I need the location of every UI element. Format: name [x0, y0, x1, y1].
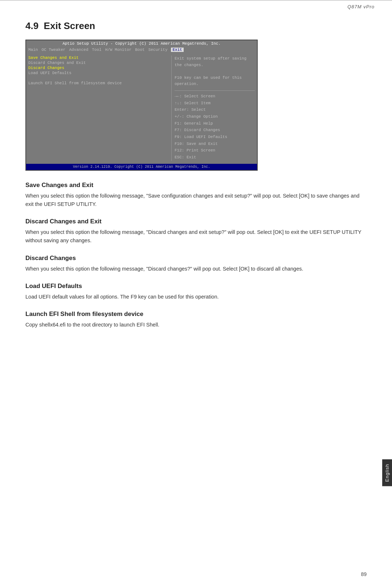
key-esc: ESC: Exit — [175, 154, 255, 161]
bios-item-blank — [28, 76, 167, 80]
bios-title-bar: Aptio Setup Utility - Copyright (C) 2011… — [26, 40, 257, 47]
bios-item-save: Save Changes and Exit — [28, 56, 167, 60]
subsection-body-discard: When you select this option the followin… — [25, 265, 367, 273]
page-number: 89 — [361, 571, 367, 577]
subsection-title-discard: Discard Changes — [25, 255, 367, 262]
bios-left-panel: Save Changes and Exit Discard Changes an… — [28, 56, 170, 161]
key-f10: F10: Save and Exit — [175, 141, 255, 147]
key-f9: F9: Load UEFI Defaults — [175, 134, 255, 141]
bios-item-load-uefi: Load UEFI Defaults — [28, 71, 167, 75]
brand-name: Q87M vPro — [0, 2, 392, 9]
bios-item-discard-exit: Discard Changes and Exit — [28, 61, 167, 65]
subsection-discard-changes-exit: Discard Changes and Exit When you select… — [25, 218, 367, 245]
bios-help-text: Exit system setup after savingthe change… — [175, 56, 255, 88]
section-number: 4.9 — [25, 20, 38, 31]
subsection-title-discard-exit: Discard Changes and Exit — [25, 218, 367, 225]
key-f1: F1: General Help — [175, 120, 255, 127]
subsection-body-load-uefi: Load UEFI default values for all options… — [25, 293, 367, 301]
subsection-launch-efi: Launch EFI Shell from filesystem device … — [25, 311, 367, 329]
subsection-discard-changes: Discard Changes When you select this opt… — [25, 255, 367, 273]
key-enter: Enter: Select — [175, 106, 255, 113]
bios-menu-exit: Exit — [171, 48, 183, 52]
bios-item-discard: Discard Changes — [28, 66, 167, 70]
bios-body: Save Changes and Exit Discard Changes an… — [26, 53, 257, 164]
key-f12: F12: Print Screen — [175, 147, 255, 154]
subsection-body-discard-exit: When you select this option the followin… — [25, 228, 367, 245]
subsection-title-load-uefi: Load UEFI Defaults — [25, 283, 367, 290]
bios-item-launch-efi: Launch EFI Shell from filesystem device — [28, 81, 167, 85]
bios-key-legend: →←: Select Screen ↑↓: Select Item Enter:… — [175, 90, 255, 161]
bios-menu-tool: Tool — [92, 48, 101, 52]
bios-right-panel: Exit system setup after savingthe change… — [171, 56, 255, 161]
bios-menu-main: Main — [28, 48, 38, 52]
subsection-title-save: Save Changes and Exit — [25, 182, 367, 189]
key-f7: F7: Discard Changes — [175, 127, 255, 134]
subsection-load-uefi: Load UEFI Defaults Load UEFI default val… — [25, 283, 367, 301]
key-change-option: +/-: Change Option — [175, 113, 255, 120]
subsection-body-save: When you select this option the followin… — [25, 192, 367, 208]
bios-menu-boot: Boot — [135, 48, 144, 52]
bios-screenshot: Aptio Setup Utility - Copyright (C) 2011… — [25, 40, 258, 171]
key-select-item: ↑↓: Select Item — [175, 100, 255, 107]
key-select-screen: →←: Select Screen — [175, 93, 255, 100]
bios-footer: Version 2.14.1219. Copyright (C) 2011 Am… — [26, 164, 257, 170]
section-title: 4.9 Exit Screen — [25, 20, 367, 32]
subsection-title-launch-efi: Launch EFI Shell from filesystem device — [25, 311, 367, 318]
language-tab: English — [382, 459, 392, 486]
bios-menu-advanced: Advanced — [69, 48, 88, 52]
bios-menu-bar: Main OC Tweaker Advanced Tool H/W Monito… — [26, 47, 257, 53]
bios-menu-hw-monitor: H/W Monitor — [105, 48, 132, 52]
bios-menu-security: Security — [148, 48, 168, 52]
bios-menu-oc-tweaker: OC Tweaker — [41, 48, 65, 52]
section-title-text: Exit Screen — [44, 20, 95, 31]
subsection-save-changes-exit: Save Changes and Exit When you select th… — [25, 182, 367, 208]
subsection-body-launch-efi: Copy shellx64.efi to the root directory … — [25, 321, 367, 329]
